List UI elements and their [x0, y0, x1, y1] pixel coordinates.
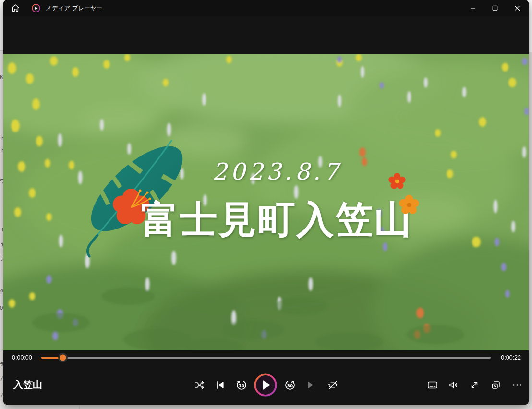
svg-text:30: 30: [287, 384, 293, 388]
previous-track-button[interactable]: [210, 374, 231, 396]
minimize-button[interactable]: [462, 0, 484, 16]
close-icon: [514, 5, 520, 11]
app-title: メディア プレーヤー: [46, 0, 102, 16]
close-button[interactable]: [506, 0, 528, 16]
previous-track-icon: [215, 379, 226, 391]
captions-button[interactable]: [422, 374, 443, 396]
seek-row: 0:00:00 0:00:22: [3, 350, 529, 365]
home-button[interactable]: [7, 0, 24, 16]
mini-player-icon: [490, 379, 502, 391]
video-still-meadow: 2023.8.7: [3, 54, 529, 352]
duration-time: 0:00:22: [501, 350, 521, 365]
video-frame[interactable]: 2023.8.7: [3, 54, 529, 352]
minimize-icon: [470, 5, 476, 11]
titlebar[interactable]: メディア プレーヤー: [3, 0, 529, 16]
skip-forward-30-icon: 30: [284, 379, 296, 391]
skip-back-10-button[interactable]: 10: [231, 374, 252, 396]
volume-icon: [448, 379, 459, 391]
elapsed-time: 0:00:00: [12, 350, 32, 365]
media-player-window: メディア プレーヤー: [3, 0, 529, 405]
video-date-overlay: 2023.8.7: [212, 158, 342, 185]
skip-forward-30-button[interactable]: 30: [279, 374, 301, 396]
app-logo-icon: [31, 3, 41, 13]
desktop: K ド ト ワ イ イ ブ 件 07 デ ム ム ム: [0, 0, 532, 409]
transport-controls: 入笠山 10: [3, 365, 529, 405]
seek-bar[interactable]: [41, 350, 491, 365]
now-playing-title: 入笠山: [13, 378, 42, 391]
svg-text:10: 10: [239, 384, 245, 388]
background-window-right-edge: [528, 0, 532, 409]
seek-thumb[interactable]: [58, 353, 68, 362]
next-track-button[interactable]: [301, 374, 322, 396]
maximize-button[interactable]: [484, 0, 506, 16]
mini-player-button[interactable]: [485, 374, 507, 396]
shuffle-button[interactable]: [189, 374, 210, 396]
background-window-divider: [79, 405, 80, 409]
home-icon: [11, 3, 20, 13]
shuffle-icon: [194, 379, 206, 391]
repeat-off-icon: [327, 379, 339, 391]
next-track-icon: [305, 379, 317, 391]
more-options-icon: [511, 379, 523, 391]
play-button[interactable]: [254, 373, 278, 397]
volume-button[interactable]: [443, 374, 464, 396]
captions-icon: [427, 379, 438, 391]
fullscreen-button[interactable]: [464, 374, 485, 396]
skip-back-10-icon: 10: [235, 379, 248, 391]
background-window-bottom-edge: [0, 405, 532, 409]
play-icon: [254, 372, 278, 398]
maximize-icon: [492, 5, 498, 11]
video-title-overlay: 富士見町入笠山: [141, 198, 413, 241]
background-window-right-edge-top: [528, 0, 532, 52]
more-options-button[interactable]: [507, 374, 528, 396]
repeat-off-button[interactable]: [322, 374, 343, 396]
fullscreen-icon: [469, 379, 480, 391]
